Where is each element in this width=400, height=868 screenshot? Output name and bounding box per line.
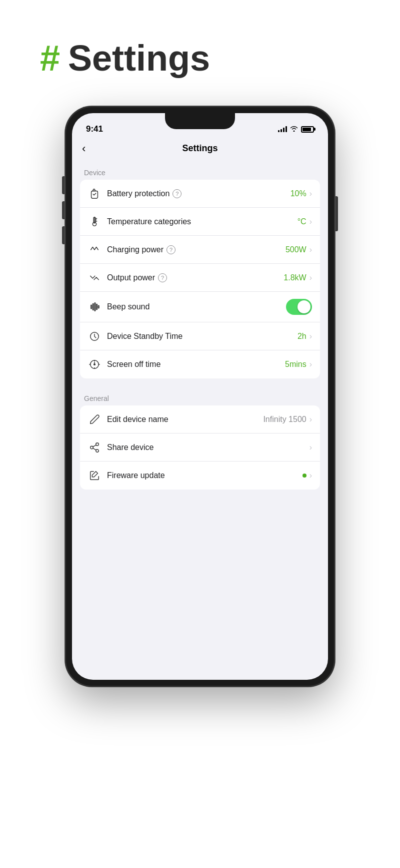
charging-power-label: Charging power ? [107,245,286,254]
section-label-general: General [80,390,320,405]
share-device-icon [88,441,101,454]
battery-protection-icon [88,187,101,200]
phone-screen: 9:41 [72,113,328,680]
device-standby-time-value: 2h [298,332,306,341]
battery-protection-chevron: › [310,189,312,198]
device-standby-time-label: Device Standby Time [107,332,298,341]
hash-icon: # [40,40,60,76]
charging-power-value: 500W [286,245,306,254]
firmware-update-icon [88,469,101,482]
battery-protection-row[interactable]: Battery protection ? 10% › [80,180,320,208]
output-power-icon [88,271,101,284]
beep-sound-icon [88,300,101,313]
device-standby-time-row[interactable]: Device Standby Time 2h › [80,322,320,350]
section-label-device: Device [80,165,320,180]
battery-protection-value: 10% [290,189,306,198]
edit-device-name-icon [88,413,101,426]
charging-power-chevron: › [310,245,312,254]
battery-icon [301,126,314,133]
share-device-label: Share device [107,443,310,452]
status-bar: 9:41 [72,113,328,138]
nav-bar: ‹ Settings [72,138,328,161]
svg-rect-10 [98,305,99,308]
edit-device-name-label: Edit device name [107,415,263,424]
beep-sound-row[interactable]: Beep sound [80,292,320,322]
edit-device-name-chevron: › [310,415,312,424]
svg-point-2 [92,222,96,225]
nav-title: Settings [182,143,218,154]
firmware-update-chevron: › [310,471,312,480]
firmware-update-dot [302,474,306,478]
svg-rect-7 [92,304,94,310]
screen-off-time-value: 5mins [285,360,306,369]
phone-frame: 9:41 [65,106,335,687]
back-button[interactable]: ‹ [82,142,86,155]
svg-rect-8 [94,303,96,311]
edit-device-name-row[interactable]: Edit device name Infinity 1500 › [80,405,320,433]
svg-rect-6 [91,305,92,308]
device-standby-time-chevron: › [310,332,312,341]
screen-off-time-label: Screen off time [107,360,285,369]
edit-device-name-value: Infinity 1500 [263,415,306,424]
beep-sound-label: Beep sound [107,302,286,311]
screen-off-time-row[interactable]: Screen off time 5mins › [80,350,320,378]
battery-fill [302,128,311,131]
output-power-value: 1.8kW [284,273,306,282]
share-device-row[interactable]: Share device › [80,433,320,462]
svg-point-13 [94,364,96,365]
screen-off-time-chevron: › [310,360,312,369]
temperature-categories-chevron: › [310,217,312,226]
temperature-categories-value: °C [298,217,306,226]
charging-power-help-icon: ? [166,245,176,254]
screen-content[interactable]: Device Battery protection [72,161,328,680]
battery-protection-help-icon: ? [172,189,182,198]
temperature-categories-label: Temperature categories [107,217,298,226]
charging-power-row[interactable]: Charging power ? 500W › [80,236,320,264]
charging-power-icon [88,243,101,256]
firmware-update-row[interactable]: Fireware update › [80,462,320,490]
wifi-icon [290,126,298,133]
share-device-chevron: › [310,443,312,452]
svg-rect-9 [96,304,98,310]
beep-sound-toggle[interactable] [286,299,312,315]
temperature-icon [88,215,101,228]
device-standby-time-icon [88,330,101,343]
output-power-row[interactable]: Output power ? 1.8kW › [80,264,320,292]
output-power-help-icon: ? [158,273,167,282]
screen-off-time-icon [88,358,101,371]
firmware-update-label: Fireware update [107,471,302,480]
toggle-knob [298,300,310,313]
notch [165,113,235,129]
temperature-categories-row[interactable]: Temperature categories °C › [80,208,320,236]
general-settings-card: Edit device name Infinity 1500 › Share d [80,405,320,490]
status-icons [278,126,314,133]
device-settings-card: Battery protection ? 10% › [80,180,320,378]
battery-protection-label: Battery protection ? [107,189,290,198]
output-power-label: Output power ? [107,273,284,282]
page-header: # Settings [0,0,400,96]
signal-bars-icon [278,126,287,132]
page-title: Settings [68,40,210,76]
status-time: 9:41 [86,124,103,134]
output-power-chevron: › [310,273,312,282]
phone-wrapper: 9:41 [65,96,335,717]
